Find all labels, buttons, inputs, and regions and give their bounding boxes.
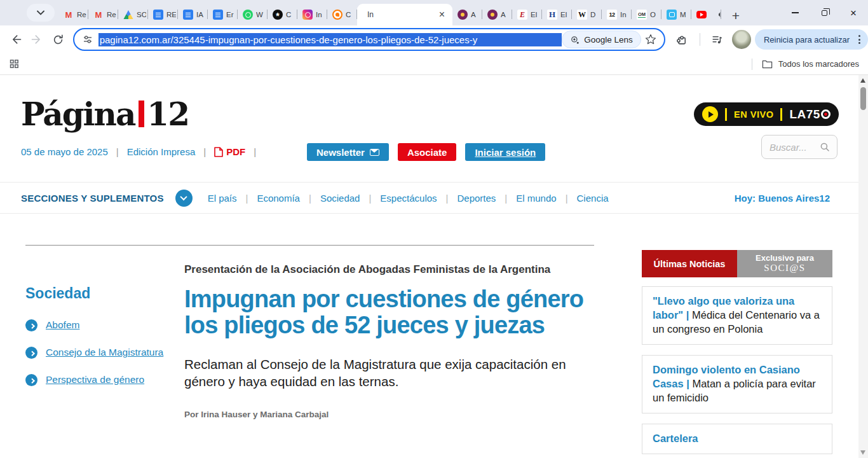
menu-kebab-icon[interactable] [855, 32, 864, 46]
browser-tab[interactable]: A [452, 4, 482, 25]
section-links: El país Economía Sociedad Espectáculos D… [208, 193, 609, 204]
update-chrome-button[interactable]: Reinicia para actualizar [755, 29, 868, 50]
tab-close-icon[interactable]: × [437, 10, 447, 20]
today-edition-link[interactable]: Hoy: Buenos Aires12 [735, 193, 830, 204]
browser-tab[interactable]: Er [208, 4, 238, 25]
extensions-button[interactable] [672, 29, 693, 50]
newsletter-label: Newsletter [316, 147, 365, 158]
scroll-up-arrow[interactable] [860, 78, 865, 83]
tab-favicon [332, 10, 342, 20]
browser-tab[interactable]: M [661, 4, 691, 25]
site-search[interactable] [761, 135, 837, 159]
close-window-button[interactable]: × [839, 0, 868, 25]
article-kicker: Presentación de la Asociación de Abogada… [184, 263, 600, 276]
all-bookmarks-button[interactable]: Todos los marcadores [752, 59, 859, 70]
tab-title: RE [166, 11, 176, 18]
sections-dropdown-button[interactable] [175, 190, 193, 207]
news-card[interactable]: Domingo violento en Casiano Casas | Mata… [642, 355, 832, 413]
article-tag[interactable]: Consejo de la Magistratura [25, 346, 175, 359]
tag-link-label[interactable]: Perspectiva de género [46, 373, 144, 386]
browser-tab[interactable]: In [297, 4, 327, 25]
back-button[interactable] [5, 29, 27, 50]
browser-tab[interactable]: El [542, 4, 572, 25]
tab-title: C [346, 11, 355, 18]
profile-avatar[interactable] [732, 30, 751, 49]
browser-tab[interactable]: C [327, 4, 357, 25]
scrollbar-thumb[interactable] [860, 87, 866, 110]
tag-link-label[interactable]: Abofem [46, 319, 79, 331]
toolbar-right-cluster: Reinicia para actualizar [672, 29, 868, 50]
browser-tab[interactable] [691, 4, 721, 25]
browser-tab[interactable]: El [512, 4, 542, 25]
section-link[interactable]: El país [208, 193, 257, 204]
sidebar-tabs: Últimas Noticias Exclusivo para SOCI@S [642, 250, 832, 277]
media-controls-button[interactable] [707, 29, 728, 50]
tab-exclusivo-socios[interactable]: Exclusivo para SOCI@S [737, 250, 832, 277]
browser-tab[interactable]: W [238, 4, 268, 25]
asociate-button[interactable]: Asociate [398, 143, 457, 161]
browser-tab[interactable]: C [268, 4, 297, 25]
browser-tab[interactable]: Re [58, 4, 88, 25]
browser-tab[interactable]: RE [148, 4, 178, 25]
live-divider [780, 108, 782, 121]
browser-tab[interactable]: O [632, 4, 661, 25]
section-link[interactable]: Economía [257, 193, 320, 204]
search-icon[interactable] [819, 141, 831, 153]
tab-ultimas-noticias[interactable]: Últimas Noticias [642, 250, 737, 277]
browser-tab[interactable]: Re [88, 4, 118, 25]
live-radio-button[interactable]: EN VIVO LA75 [694, 102, 839, 126]
tab-title: M [680, 11, 689, 18]
minimize-button[interactable] [780, 0, 810, 25]
browser-toolbar: pagina12.com.ar/325445-impugnan-por-cues… [0, 25, 868, 53]
print-edition-link[interactable]: Edición Impresa [127, 146, 196, 157]
pagina12-logo[interactable]: Página12 [21, 95, 189, 133]
article-tag[interactable]: Perspectiva de género [25, 373, 175, 386]
section-link[interactable]: El mundo [516, 193, 576, 204]
login-button[interactable]: Iniciar sesión [465, 143, 545, 161]
edition-meta-row: 05 de mayo de 2025 | Edición Impresa | P… [21, 146, 264, 157]
page-scrollbar[interactable] [858, 75, 868, 458]
browser-tab[interactable]: D [572, 4, 602, 25]
tab-title: O [650, 11, 660, 18]
browser-tab[interactable]: A [482, 4, 512, 25]
news-card[interactable]: Cartelera [642, 424, 832, 454]
forward-button[interactable] [27, 29, 48, 50]
section-link[interactable]: Deportes [457, 193, 516, 204]
section-link[interactable]: Espectáculos [380, 193, 457, 204]
section-link[interactable]: Sociedad [320, 193, 380, 204]
tab-title: In [620, 11, 630, 18]
new-tab-button[interactable]: + [726, 6, 745, 25]
bookmark-star-button[interactable] [641, 29, 660, 50]
maximize-button[interactable] [810, 0, 839, 25]
refresh-icon [52, 34, 64, 46]
address-bar[interactable]: pagina12.com.ar/325445-impugnan-por-cues… [73, 28, 665, 51]
browser-tab-active[interactable]: In × [357, 4, 452, 25]
pdf-link[interactable]: PDF [214, 146, 245, 157]
news-card-highlight[interactable]: Cartelera [653, 433, 698, 444]
browser-tab[interactable]: In [602, 4, 632, 25]
play-icon [702, 106, 718, 122]
browser-tab[interactable]: IA [178, 4, 208, 25]
search-input[interactable] [770, 142, 819, 153]
article-tag[interactable]: Abofem [25, 319, 175, 331]
article-title[interactable]: Impugnan por cuestiones de género los pl… [184, 286, 597, 339]
scroll-down-arrow[interactable] [860, 450, 865, 455]
tag-link-label[interactable]: Consejo de la Magistratura [46, 346, 163, 359]
tab-favicon [93, 10, 104, 20]
section-title[interactable]: Sociedad [25, 285, 175, 302]
news-card[interactable]: "Llevo algo que valoriza una labor" | Mé… [642, 286, 832, 345]
section-link[interactable]: Ciencia [577, 193, 609, 204]
tab-favicon [64, 10, 74, 20]
logo-red-bar [139, 101, 144, 127]
chevron-right-icon [25, 319, 37, 331]
tune-icon [82, 34, 93, 45]
newsletter-button[interactable]: Newsletter [307, 143, 389, 161]
refresh-button[interactable] [48, 29, 69, 50]
google-lens-button[interactable]: Google Lens [562, 31, 641, 48]
url-text-selected[interactable]: pagina12.com.ar/325445-impugnan-por-cues… [98, 33, 562, 46]
article-divider [25, 245, 594, 246]
browser-tab[interactable]: SO [118, 4, 148, 25]
tab-search-button[interactable] [27, 4, 55, 22]
sections-label[interactable]: SECCIONES Y SUPLEMENTOS [21, 193, 164, 204]
apps-grid-button[interactable] [9, 59, 20, 69]
